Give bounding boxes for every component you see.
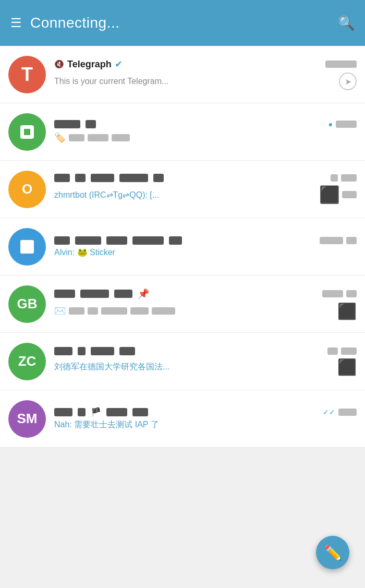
list-item[interactable]: GB 📌 ✉️ [0, 275, 365, 333]
list-item[interactable]: SM 🏴 ✓✓ Nah: 需要壮士去测试 IAP 了 [0, 390, 365, 448]
chat-preview: zhmrtbot (IRC⇌Tg⇌QQ): [... [54, 190, 159, 200]
chat-preview: This is your current Telegram... [54, 77, 168, 86]
search-icon[interactable]: 🔍 [338, 15, 355, 31]
name-blurred-2 [86, 120, 96, 128]
avatar: GB [8, 285, 46, 323]
gb-name1 [54, 290, 75, 298]
zc-time1 [327, 347, 338, 355]
preview-row: 刘德军在德国大学研究各国法... ⬛ [54, 358, 357, 376]
zc-n3 [91, 347, 114, 355]
name-blurred-c [91, 174, 114, 182]
name-b3 [106, 236, 127, 245]
chat-meta-row: This is your current Telegram... ➤ [54, 73, 357, 90]
chat-time-blurred [325, 61, 357, 68]
chat-header: 🔇 Telegraph ✔ [54, 58, 357, 70]
avatar [8, 113, 46, 151]
chat-content: 刘德军在德国大学研究各国法... ⬛ [54, 347, 357, 376]
zc-unread-icon: ⬛ [337, 358, 357, 376]
gb-unread-icon: ⬛ [337, 302, 357, 320]
gb-time2 [346, 290, 357, 297]
prev-b5 [152, 307, 175, 315]
chat-preview: Nah: 需要壮士去测试 IAP 了 [54, 419, 159, 430]
app-bar-left: ☰ Connecting... [10, 15, 120, 31]
chat-header: 🏴 ✓✓ [54, 407, 357, 417]
chat-name-row [54, 174, 331, 182]
chat-name-row [54, 120, 328, 128]
sm-n3 [106, 408, 127, 416]
preview-row: Nah: 需要壮士去测试 IAP 了 [54, 419, 357, 430]
avatar: T [8, 56, 46, 93]
list-item[interactable]: ● 🏷️ [0, 103, 365, 161]
sm-flag: 🏴 [91, 407, 101, 417]
forward-icon[interactable]: ➤ [339, 73, 357, 90]
zc-n1 [54, 347, 72, 355]
sm-time [338, 409, 357, 416]
name-blurred-1 [54, 120, 80, 128]
chat-header [54, 236, 357, 245]
name-b4 [132, 236, 164, 245]
mute-icon: 🔇 [54, 59, 64, 69]
time-blurred [336, 121, 357, 128]
chat-name-row: 🔇 Telegraph ✔ [54, 58, 325, 70]
avatar: SM [8, 400, 46, 438]
preview-row: ✉️ ⬛ [54, 302, 357, 320]
gb-name2 [80, 290, 109, 298]
envelope-icon: ✉️ [54, 305, 66, 317]
preview-row: zhmrtbot (IRC⇌Tg⇌QQ): [... ⬛ [54, 185, 357, 205]
name-blurred-e [153, 174, 164, 182]
verified-badge: ✔ [115, 58, 123, 70]
zc-n2 [78, 347, 86, 355]
list-item[interactable]: ZC 刘德军在德国大学研究各国法... ⬛ [0, 333, 365, 390]
chat-name-row [54, 236, 320, 245]
prev-b4 [130, 307, 149, 315]
app-bar-title: Connecting... [30, 15, 120, 31]
list-item[interactable]: T 🔇 Telegraph ✔ This is your current Tel… [0, 46, 365, 103]
unread-icon: ⬛ [319, 185, 340, 205]
preview-row: Alvin: 🐸 Sticker [54, 247, 357, 257]
avatar [8, 228, 46, 266]
chat-header: 📌 [54, 288, 357, 299]
time-b2 [346, 237, 357, 244]
chat-content: 🔇 Telegraph ✔ This is your current Teleg… [54, 58, 357, 90]
preview-blurred-2 [88, 134, 108, 141]
name-b5 [169, 236, 182, 245]
chat-preview: Alvin: 🐸 Sticker [54, 247, 115, 257]
prev-b2 [88, 307, 98, 315]
chat-name-row: 🏴 [54, 407, 323, 417]
time-blurred-a [331, 174, 338, 182]
list-item[interactable]: O zhmrtbot (IRC⇌Tg⇌QQ): [... ⬛ [0, 161, 365, 218]
prev-b1 [69, 307, 84, 315]
preview-blurred-1 [69, 134, 84, 141]
compose-fab[interactable]: ✏️ [316, 536, 349, 569]
time-b [320, 237, 343, 244]
compose-icon: ✏️ [324, 544, 342, 561]
hamburger-menu-icon[interactable]: ☰ [10, 17, 22, 29]
chat-content: Alvin: 🐸 Sticker [54, 236, 357, 257]
chat-content: 🏴 ✓✓ Nah: 需要壮士去测试 IAP 了 [54, 407, 357, 430]
chat-content: ● 🏷️ [54, 120, 357, 143]
chat-header [54, 174, 357, 182]
zc-time2 [341, 347, 357, 355]
name-blurred-b [75, 174, 86, 182]
chat-content: zhmrtbot (IRC⇌Tg⇌QQ): [... ⬛ [54, 174, 357, 205]
zc-n4 [119, 347, 135, 355]
unread-dot: ● [328, 120, 333, 128]
chat-list: T 🔇 Telegraph ✔ This is your current Tel… [0, 46, 365, 448]
avatar: ZC [8, 343, 46, 380]
name-b2 [75, 236, 101, 245]
count-blurred [342, 191, 357, 198]
pin-icon: 📌 [138, 288, 149, 299]
sm-tick: ✓✓ [323, 408, 335, 416]
name-b1 [54, 236, 70, 245]
prev-b3 [101, 307, 127, 315]
chat-name-row: 📌 [54, 288, 322, 299]
emoji-icon: 🏷️ [54, 132, 66, 143]
sm-n2 [78, 408, 86, 416]
list-item[interactable]: Alvin: 🐸 Sticker [0, 218, 365, 275]
preview-blurred-3 [112, 134, 130, 141]
chat-name-row [54, 347, 327, 355]
chat-header: ● [54, 120, 357, 128]
chat-name: Telegraph [67, 59, 112, 70]
gb-name3 [114, 290, 132, 298]
sm-n4 [132, 408, 148, 416]
